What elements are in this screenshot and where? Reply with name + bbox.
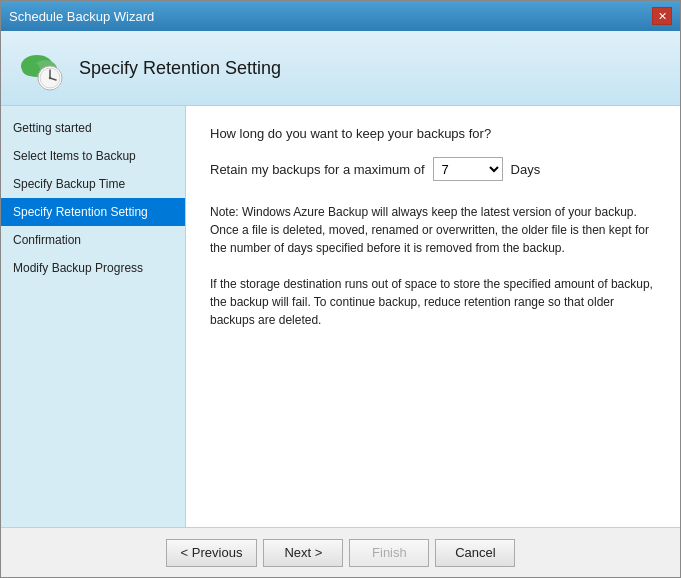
- sidebar-item-modify-progress[interactable]: Modify Backup Progress: [1, 254, 185, 282]
- svg-point-7: [49, 77, 51, 79]
- sidebar-item-confirmation[interactable]: Confirmation: [1, 226, 185, 254]
- wizard-footer: < Previous Next > Finish Cancel: [1, 527, 680, 577]
- wizard-header: Specify Retention Setting: [1, 31, 680, 106]
- header-icon: [17, 44, 65, 92]
- info-text: If the storage destination runs out of s…: [210, 275, 656, 329]
- days-select[interactable]: 123456714306090180365: [433, 157, 503, 181]
- wizard-window: Schedule Backup Wizard ✕ Specify Retenti: [0, 0, 681, 578]
- retain-label: Retain my backups for a maximum of: [210, 162, 425, 177]
- wizard-content: Getting startedSelect Items to BackupSpe…: [1, 106, 680, 527]
- title-bar-buttons: ✕: [652, 7, 672, 25]
- cancel-button[interactable]: Cancel: [435, 539, 515, 567]
- sidebar-item-specify-retention[interactable]: Specify Retention Setting: [1, 198, 185, 226]
- previous-button[interactable]: < Previous: [166, 539, 258, 567]
- title-bar: Schedule Backup Wizard ✕: [1, 1, 680, 31]
- page-title: Specify Retention Setting: [79, 58, 281, 79]
- next-button[interactable]: Next >: [263, 539, 343, 567]
- finish-button[interactable]: Finish: [349, 539, 429, 567]
- sidebar-item-specify-time[interactable]: Specify Backup Time: [1, 170, 185, 198]
- note-text: Note: Windows Azure Backup will always k…: [210, 201, 656, 259]
- wizard-sidebar: Getting startedSelect Items to BackupSpe…: [1, 106, 186, 527]
- wizard-main: How long do you want to keep your backup…: [186, 106, 680, 527]
- main-question: How long do you want to keep your backup…: [210, 126, 656, 141]
- sidebar-item-select-items[interactable]: Select Items to Backup: [1, 142, 185, 170]
- sidebar-item-getting-started[interactable]: Getting started: [1, 114, 185, 142]
- days-unit: Days: [511, 162, 541, 177]
- svg-point-2: [22, 62, 40, 76]
- retain-row: Retain my backups for a maximum of 12345…: [210, 157, 656, 181]
- window-title: Schedule Backup Wizard: [9, 9, 154, 24]
- close-button[interactable]: ✕: [652, 7, 672, 25]
